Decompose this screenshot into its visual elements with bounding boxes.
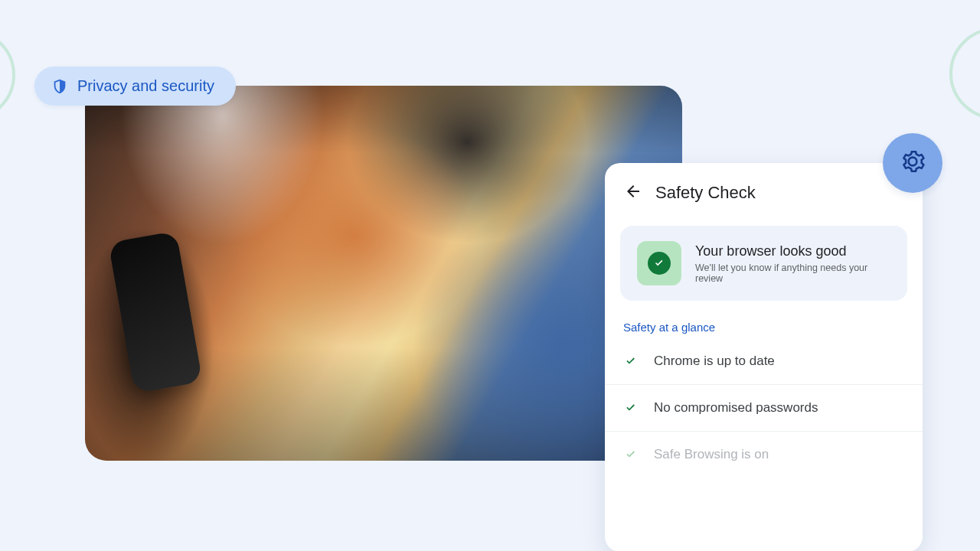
shield-icon (51, 78, 68, 95)
safety-check-card: Safety Check Your browser looks good We'… (605, 163, 923, 551)
card-header: Safety Check (605, 183, 923, 217)
settings-button[interactable] (883, 133, 942, 193)
decorative-arc-right (949, 28, 980, 119)
check-row-update[interactable]: Chrome is up to date (605, 338, 923, 385)
back-button[interactable] (623, 183, 643, 203)
check-icon (623, 447, 639, 462)
check-row-label: Chrome is up to date (654, 354, 775, 369)
shield-check-icon (648, 252, 671, 275)
badge-label: Privacy and security (77, 77, 214, 95)
decorative-arc-left (0, 29, 15, 121)
check-row-label: No compromised passwords (654, 400, 818, 416)
check-row-safe-browsing[interactable]: Safe Browsing is on (605, 432, 923, 478)
gear-icon (900, 148, 926, 178)
check-row-passwords[interactable]: No compromised passwords (605, 385, 923, 432)
check-icon (623, 400, 639, 416)
check-icon (623, 354, 639, 369)
lifestyle-photo (85, 86, 682, 461)
status-icon-container (637, 241, 681, 285)
status-subtitle: We'll let you know if anything needs you… (695, 262, 890, 284)
status-title: Your browser looks good (695, 243, 890, 259)
arrow-left-icon (624, 182, 642, 204)
check-row-label: Safe Browsing is on (654, 447, 769, 462)
privacy-security-badge[interactable]: Privacy and security (34, 67, 236, 106)
section-label: Safety at a glance (623, 321, 904, 334)
status-card: Your browser looks good We'll let you kn… (620, 226, 907, 301)
card-title: Safety Check (655, 183, 756, 203)
